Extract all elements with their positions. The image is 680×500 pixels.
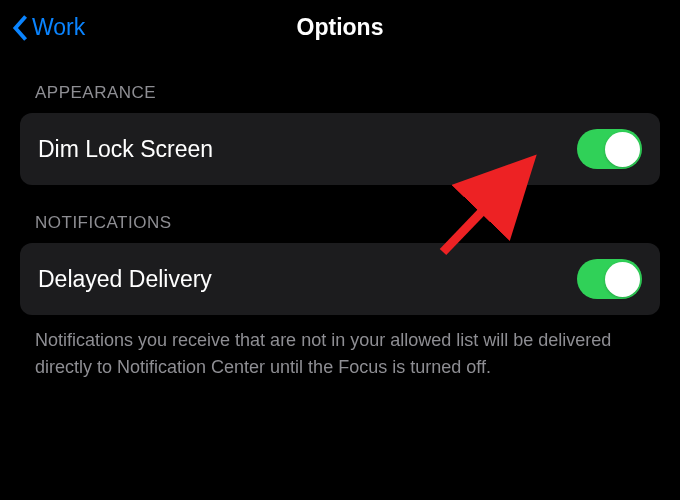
chevron-left-icon (12, 14, 29, 42)
dim-lock-screen-row: Dim Lock Screen (20, 113, 660, 185)
delayed-delivery-toggle[interactable] (577, 259, 642, 299)
dim-lock-screen-toggle[interactable] (577, 129, 642, 169)
notifications-footer-text: Notifications you receive that are not i… (0, 315, 680, 381)
back-button[interactable]: Work (12, 14, 85, 42)
notifications-section-header: NOTIFICATIONS (0, 185, 680, 243)
toggle-knob (605, 262, 640, 297)
dim-lock-screen-label: Dim Lock Screen (38, 136, 213, 163)
delayed-delivery-label: Delayed Delivery (38, 266, 212, 293)
toggle-knob (605, 132, 640, 167)
navigation-bar: Work Options (0, 0, 680, 55)
back-label: Work (32, 14, 85, 41)
appearance-section-header: APPEARANCE (0, 55, 680, 113)
page-title: Options (297, 14, 384, 41)
delayed-delivery-row: Delayed Delivery (20, 243, 660, 315)
